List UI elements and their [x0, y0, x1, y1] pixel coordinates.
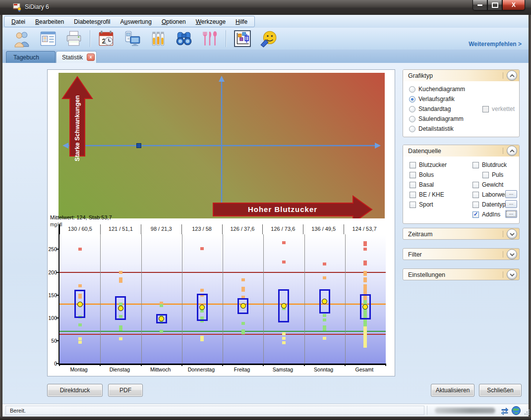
- panel-einstellungen-header[interactable]: Einstellungen: [403, 269, 519, 280]
- data-point: [119, 280, 122, 283]
- data-point: [119, 328, 122, 331]
- checkbox[interactable]: [410, 192, 416, 198]
- lab-tubes-icon[interactable]: [145, 29, 171, 49]
- radio-button[interactable]: [409, 116, 415, 122]
- menu-item-auswertung[interactable]: Auswertung: [116, 17, 157, 26]
- expand-button[interactable]: [507, 249, 517, 260]
- checkbox-option-be-khe[interactable]: BE / KHE: [410, 191, 444, 199]
- recommend-link[interactable]: Weiterempfehlen >: [469, 41, 522, 48]
- data-point: [119, 337, 122, 340]
- expand-button[interactable]: [507, 269, 517, 280]
- print-icon[interactable]: [61, 29, 87, 49]
- checkbox-label: AddIns: [482, 211, 500, 218]
- collapse-button[interactable]: [507, 70, 517, 81]
- patient-profile-icon[interactable]: [35, 29, 61, 49]
- radio-option-standardtag[interactable]: Standardtag: [409, 105, 451, 113]
- checkbox-option-blutzucker[interactable]: Blutzucker: [410, 161, 447, 169]
- data-point: [323, 276, 326, 279]
- checkbox-option-bolus[interactable]: Bolus: [410, 171, 434, 179]
- schliessen-button[interactable]: Schließen: [479, 384, 522, 397]
- radio-option-säulendiagramm[interactable]: Säulendiagramm: [409, 115, 464, 123]
- checkbox[interactable]: [472, 182, 479, 188]
- binoculars-icon[interactable]: [171, 29, 197, 49]
- menu-item-diabetesprofil[interactable]: Diabetesprofil: [69, 17, 115, 26]
- menu-item-datei[interactable]: Datei: [6, 17, 30, 26]
- checkbox-option-addins[interactable]: AddIns: [472, 210, 500, 218]
- checkbox[interactable]: [410, 182, 416, 188]
- globe-icon[interactable]: [511, 406, 521, 416]
- toolbar-icons: 2: [9, 29, 281, 49]
- sync-icon[interactable]: [500, 406, 510, 416]
- checkbox-label: Blutdruck: [482, 161, 507, 168]
- more-options-button[interactable]: ...: [505, 200, 517, 208]
- checkbox-option-basal[interactable]: Basal: [410, 181, 434, 189]
- checkbox[interactable]: [410, 202, 416, 208]
- checkbox-option-sport[interactable]: Sport: [410, 201, 433, 209]
- resize-grip[interactable]: [522, 407, 531, 417]
- status-text: Bereit.: [5, 406, 424, 415]
- radio-option-verlaufsgrafik[interactable]: Verlaufsgrafik: [409, 95, 455, 103]
- data-point: [241, 331, 245, 334]
- data-point: [282, 341, 286, 344]
- checkbox[interactable]: [482, 106, 489, 112]
- y-tick-mark: [56, 249, 59, 250]
- checkbox[interactable]: [472, 162, 479, 168]
- statistics-icon[interactable]: [230, 29, 255, 49]
- menu-item-optionen[interactable]: Optionen: [157, 17, 191, 26]
- users-icon[interactable]: [9, 29, 35, 49]
- panel-filter-header[interactable]: Filter: [403, 249, 519, 260]
- checkbox-option-blutdruck[interactable]: Blutdruck: [472, 161, 507, 169]
- tab-close-icon[interactable]: x: [87, 53, 95, 61]
- glucose-devices-icon[interactable]: [119, 29, 145, 49]
- direktdruck-button[interactable]: Direktdruck: [47, 384, 103, 397]
- panel-zeitraum-header[interactable]: Zeitraum: [403, 228, 519, 240]
- expand-button[interactable]: [507, 229, 517, 239]
- data-point: [241, 278, 245, 281]
- toolbar: 2 Weiterempfehlen >: [2, 28, 529, 50]
- verkettet-checkbox-row[interactable]: verkettet: [482, 105, 515, 113]
- feedback-icon[interactable]: [255, 29, 281, 49]
- pdf-button[interactable]: PDF: [108, 384, 143, 397]
- checkbox-option-puls[interactable]: Puls: [482, 171, 503, 179]
- calendar-icon[interactable]: 2: [94, 29, 119, 49]
- checkbox[interactable]: [410, 172, 416, 178]
- more-options-button[interactable]: ...: [505, 210, 517, 218]
- radio-button[interactable]: [409, 96, 415, 103]
- y-tick-label: 0: [46, 361, 57, 367]
- radio-label: Verlaufsgrafik: [418, 96, 455, 103]
- close-button[interactable]: X: [502, 0, 525, 10]
- radio-button[interactable]: [409, 106, 415, 112]
- radio-option-kuchendiagramm[interactable]: Kuchendiagramm: [409, 85, 465, 93]
- nutrition-icon[interactable]: [197, 29, 223, 49]
- more-options-button[interactable]: ...: [505, 190, 517, 198]
- menu-item-werkzeuge[interactable]: Werkzeuge: [191, 17, 231, 26]
- column-header: 136 / 49,5: [303, 224, 344, 234]
- tab-statistik[interactable]: Statistik x: [56, 51, 97, 63]
- panel-filter: Filter: [403, 248, 520, 260]
- menu-item-bearbeiten[interactable]: Bearbeiten: [30, 17, 69, 26]
- checkbox[interactable]: [472, 192, 479, 198]
- quadrant-overlay: Starke Schwankungen Hoher Blutzucker: [59, 73, 385, 218]
- checkbox-option-gewicht[interactable]: Gewicht: [472, 181, 503, 189]
- panel-einstellungen: Einstellungen: [403, 268, 520, 280]
- radio-option-detailstatistik[interactable]: Detailstatistik: [409, 125, 454, 133]
- checkbox[interactable]: [410, 162, 416, 168]
- tab-tagebuch[interactable]: Tagebuch: [6, 51, 56, 63]
- maximize-button[interactable]: [487, 0, 502, 10]
- checkbox[interactable]: [472, 211, 479, 218]
- minimize-button[interactable]: [472, 0, 487, 10]
- menu-item-hilfe[interactable]: Hilfe: [231, 17, 252, 26]
- data-point: [200, 338, 204, 341]
- checkbox[interactable]: [472, 202, 479, 208]
- aktualisieren-button[interactable]: Aktualisieren: [431, 384, 474, 397]
- collapse-button[interactable]: [507, 146, 517, 156]
- radio-label: Kuchendiagramm: [418, 86, 465, 93]
- checkbox-label: Blutzucker: [419, 161, 447, 168]
- checkbox-label: Puls: [492, 171, 503, 178]
- data-point: [363, 243, 367, 246]
- radio-button[interactable]: [409, 86, 415, 93]
- radio-button[interactable]: [409, 126, 415, 132]
- checkbox[interactable]: [482, 172, 489, 178]
- tab-bar: Tagebuch Statistik x: [2, 50, 529, 63]
- data-point: [160, 304, 163, 307]
